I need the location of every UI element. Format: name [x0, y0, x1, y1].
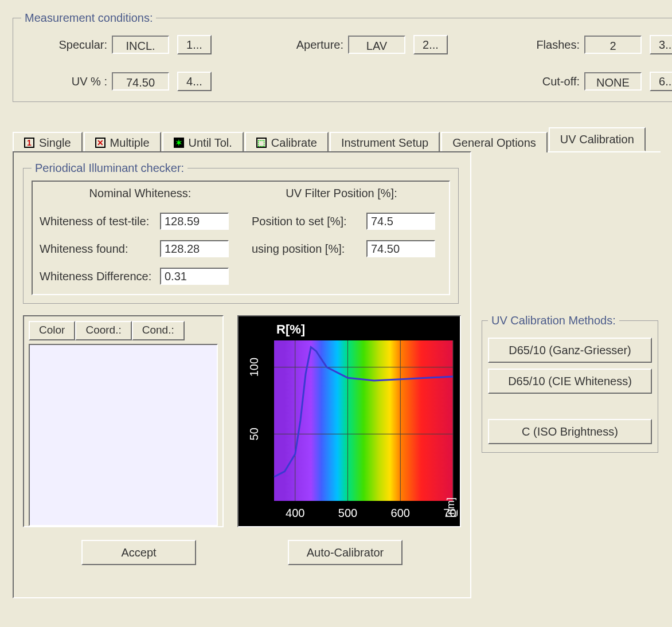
- specular-label: Specular:: [21, 38, 112, 52]
- uv-filter-position-header: UV Filter Position [%]:: [241, 184, 442, 202]
- flashes-label: Flashes:: [517, 38, 584, 52]
- specular-value: INCL.: [112, 36, 169, 54]
- position-to-set-value[interactable]: 74.5: [366, 213, 435, 230]
- tab-single-label: Single: [39, 133, 71, 152]
- swatch-tab-color[interactable]: Color: [29, 321, 75, 340]
- tab-calibrate-label: Calibrate: [271, 133, 317, 152]
- auto-calibrator-button[interactable]: Auto-Calibrator: [288, 540, 403, 565]
- calibrate-icon: ⬚: [256, 138, 267, 148]
- whiteness-found-label: Whiteness found:: [40, 242, 160, 256]
- tab-instrument-setup-label: Instrument Setup: [341, 133, 428, 152]
- measurement-conditions-group: Measurement conditions: Specular: INCL. …: [13, 11, 672, 102]
- tab-general-options[interactable]: General Options: [441, 132, 548, 152]
- svg-text:600: 600: [391, 507, 410, 519]
- aperture-edit-button[interactable]: 2...: [413, 35, 448, 54]
- method-ganz-griesser-button[interactable]: D65/10 (Ganz-Griesser): [488, 338, 652, 363]
- svg-text:100: 100: [248, 358, 260, 377]
- tab-strip: 1 Single ✕ Multiple ✶ Until Tol. ⬚ Calib…: [13, 130, 661, 152]
- tab-until-tol-label: Until Tol.: [189, 133, 232, 152]
- accept-button[interactable]: Accept: [81, 540, 196, 565]
- svg-text:400: 400: [286, 507, 304, 519]
- swatch-tab-coord[interactable]: Coord.:: [75, 321, 131, 340]
- using-position-value[interactable]: 74.50: [366, 240, 435, 257]
- uv-value: 74.50: [112, 72, 169, 91]
- reflectance-chart-svg: 40050060070050100R[%][nm]: [243, 321, 458, 524]
- tab-multiple[interactable]: ✕ Multiple: [84, 132, 161, 152]
- svg-text:[nm]: [nm]: [445, 497, 456, 518]
- multiple-icon: ✕: [95, 138, 106, 148]
- using-position-label: using position [%]:: [252, 242, 366, 256]
- tab-instrument-setup[interactable]: Instrument Setup: [330, 132, 440, 152]
- tab-uv-calibration-label: UV Calibration: [560, 128, 634, 150]
- flashes-edit-button[interactable]: 3...: [650, 35, 672, 54]
- color-swatch: [29, 344, 218, 526]
- svg-text:50: 50: [248, 428, 260, 440]
- pic-title: Periodical Illuminant checker:: [32, 162, 187, 175]
- uv-label: UV % :: [21, 75, 112, 88]
- whiteness-difference-label: Whiteness Difference:: [40, 270, 160, 283]
- uv-edit-button[interactable]: 4...: [177, 72, 212, 91]
- reflectance-chart: 40050060070050100R[%][nm]: [237, 315, 461, 527]
- uv-calibration-panel: Periodical Illuminant checker: Nominal W…: [13, 151, 471, 598]
- until-tol-icon: ✶: [174, 138, 184, 148]
- tab-uv-calibration[interactable]: UV Calibration: [549, 127, 646, 151]
- aperture-value: LAV: [348, 36, 405, 54]
- measurement-conditions-title: Measurement conditions:: [21, 11, 156, 25]
- single-icon: 1: [24, 138, 34, 148]
- flashes-value: 2: [584, 36, 642, 54]
- cutoff-label: Cut-off:: [517, 75, 584, 88]
- uv-calibration-methods-group: UV Calibration Methods: D65/10 (Ganz-Gri…: [482, 314, 658, 453]
- tab-single[interactable]: 1 Single: [13, 132, 83, 152]
- whiteness-test-tile-value[interactable]: 128.59: [160, 213, 229, 230]
- uv-methods-title: UV Calibration Methods:: [488, 314, 619, 327]
- position-to-set-label: Position to set [%]:: [252, 215, 366, 228]
- periodical-illuminant-checker-group: Periodical Illuminant checker: Nominal W…: [23, 162, 459, 304]
- cutoff-edit-button[interactable]: 6...: [650, 72, 672, 91]
- svg-text:R[%]: R[%]: [276, 322, 305, 336]
- whiteness-test-tile-label: Whiteness of test-tile:: [40, 215, 160, 228]
- tab-general-options-label: General Options: [452, 133, 536, 152]
- svg-text:500: 500: [338, 507, 357, 519]
- aperture-label: Aperture:: [280, 38, 348, 52]
- tab-calibrate[interactable]: ⬚ Calibrate: [245, 132, 329, 152]
- whiteness-difference-value[interactable]: 0.31: [160, 268, 229, 285]
- tab-until-tol[interactable]: ✶ Until Tol.: [162, 132, 244, 152]
- specular-edit-button[interactable]: 1...: [177, 35, 212, 54]
- method-cie-whiteness-button[interactable]: D65/10 (CIE Whiteness): [488, 369, 652, 394]
- tab-multiple-label: Multiple: [110, 133, 150, 152]
- color-preview-box: Color Coord.: Cond.:: [23, 315, 224, 527]
- whiteness-found-value[interactable]: 128.28: [160, 240, 229, 257]
- nominal-whiteness-header: Nominal Whiteness:: [40, 184, 241, 202]
- method-iso-brightness-button[interactable]: C (ISO Brightness): [488, 419, 652, 444]
- cutoff-value: NONE: [584, 72, 642, 91]
- swatch-tab-cond[interactable]: Cond.:: [132, 321, 185, 340]
